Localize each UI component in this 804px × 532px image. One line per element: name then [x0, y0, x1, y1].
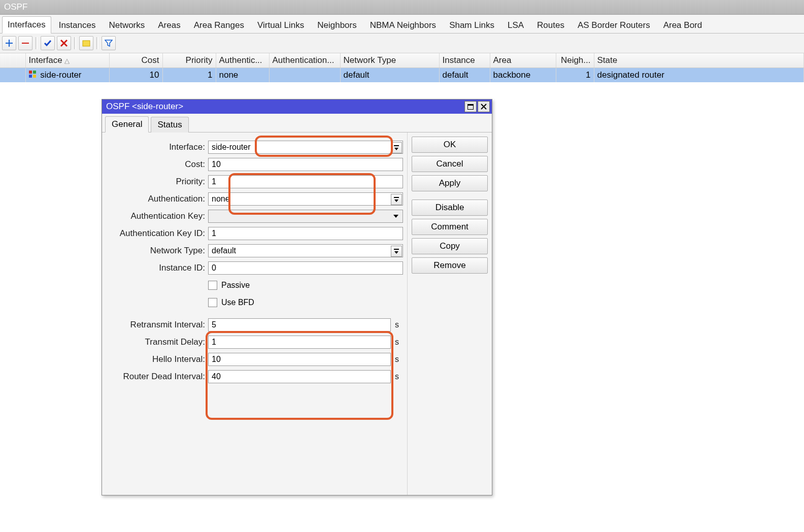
- disable-button[interactable]: Disable: [412, 200, 488, 216]
- dialog-tab-status[interactable]: Status: [151, 117, 188, 132]
- col-authkey[interactable]: Authentication...: [269, 53, 340, 68]
- chevron-down-icon: [393, 213, 399, 219]
- authentication-dropdown[interactable]: [391, 194, 402, 205]
- tab-areas[interactable]: Areas: [152, 17, 186, 34]
- dialog-tabs: General Status: [102, 114, 492, 132]
- row-usebfd: Use BFD: [106, 295, 403, 310]
- authkeyid-field[interactable]: [208, 227, 403, 240]
- main-title: OSPF: [4, 2, 27, 12]
- hello-field[interactable]: [208, 353, 391, 366]
- tab-label: Sham Links: [449, 20, 494, 30]
- nettype-field[interactable]: [208, 244, 403, 257]
- svg-rect-2: [33, 71, 36, 74]
- close-button[interactable]: [478, 101, 490, 112]
- col-state[interactable]: State: [594, 53, 804, 68]
- col-area[interactable]: Area: [490, 53, 556, 68]
- label-cost: Cost:: [106, 159, 208, 170]
- add-button[interactable]: [2, 36, 16, 50]
- cell-priority: 1: [162, 68, 216, 83]
- remove-button[interactable]: Remove: [412, 257, 488, 274]
- row-txdelay: Transmit Delay: s: [106, 335, 403, 350]
- dropdown-list-icon: [393, 248, 399, 254]
- table-row[interactable]: side-router 10 1 none default default ba…: [0, 68, 804, 83]
- col-handle[interactable]: [0, 53, 25, 68]
- remove-button[interactable]: [18, 36, 32, 50]
- tab-networks[interactable]: Networks: [103, 17, 150, 34]
- row-authkeyid: Authentication Key ID:: [106, 226, 403, 241]
- filter-button[interactable]: [102, 36, 116, 50]
- authkey-expand[interactable]: [391, 211, 401, 221]
- priority-field[interactable]: [208, 175, 403, 188]
- tab-instances[interactable]: Instances: [53, 17, 102, 34]
- tab-lsa[interactable]: LSA: [502, 17, 529, 34]
- col-priority[interactable]: Priority: [162, 53, 216, 68]
- apply-button[interactable]: Apply: [412, 175, 488, 191]
- col-nettype[interactable]: Network Type: [340, 53, 439, 68]
- tab-routes[interactable]: Routes: [531, 17, 570, 34]
- svg-rect-3: [29, 75, 32, 78]
- usebfd-checkbox[interactable]: [208, 298, 217, 307]
- col-cost[interactable]: Cost: [109, 53, 162, 68]
- close-icon: [481, 104, 487, 110]
- button-label: Remove: [433, 260, 465, 271]
- passive-checkbox[interactable]: [208, 281, 217, 290]
- copy-button[interactable]: Copy: [412, 238, 488, 254]
- cancel-button[interactable]: Cancel: [412, 156, 488, 172]
- cost-field[interactable]: [208, 158, 403, 171]
- dead-field[interactable]: [208, 370, 391, 383]
- toolbar-separator: [36, 37, 38, 49]
- toolbar-separator: [96, 37, 98, 49]
- tab-area-ranges[interactable]: Area Ranges: [188, 17, 250, 34]
- tab-virtual-links[interactable]: Virtual Links: [252, 17, 310, 34]
- instanceid-field[interactable]: [208, 261, 403, 275]
- tab-label: Interfaces: [8, 20, 46, 29]
- maximize-button[interactable]: [464, 101, 477, 112]
- row-priority: Priority:: [106, 174, 403, 189]
- minus-icon: [21, 39, 29, 47]
- label-auth: Authentication:: [106, 194, 208, 204]
- dialog-tab-general[interactable]: General: [105, 116, 149, 132]
- dialog-side-buttons: OK Cancel Apply Disable Comment Copy Rem…: [408, 132, 492, 495]
- row-dead: Router Dead Interval: s: [106, 369, 403, 384]
- toolbar: [0, 34, 804, 53]
- button-label: Copy: [440, 241, 460, 251]
- tab-neighbors[interactable]: Neighbors: [312, 17, 362, 34]
- interface-field[interactable]: [208, 141, 403, 154]
- tab-label: NBMA Neighbors: [370, 20, 436, 30]
- tab-interfaces[interactable]: Interfaces: [2, 16, 51, 34]
- col-instance[interactable]: Instance: [439, 53, 490, 68]
- svg-rect-0: [83, 41, 90, 46]
- funnel-icon: [105, 39, 113, 47]
- dialog-title: OSPF <side-router>: [106, 102, 183, 112]
- dialog-titlebar[interactable]: OSPF <side-router>: [102, 99, 492, 114]
- retransmit-field[interactable]: [208, 318, 391, 331]
- txdelay-field[interactable]: [208, 336, 391, 349]
- svg-rect-9: [394, 249, 399, 250]
- tab-sham-links[interactable]: Sham Links: [444, 17, 500, 34]
- interface-dropdown[interactable]: [391, 142, 402, 153]
- comment-button[interactable]: [79, 36, 93, 50]
- plus-icon: [5, 39, 13, 47]
- col-neighbors[interactable]: Neigh...: [556, 53, 594, 68]
- nettype-dropdown[interactable]: [391, 246, 402, 257]
- tab-label: Neighbors: [317, 20, 357, 30]
- comment-button[interactable]: Comment: [412, 219, 488, 235]
- row-instanceid: Instance ID:: [106, 260, 403, 276]
- enable-button[interactable]: [41, 36, 55, 50]
- ok-button[interactable]: OK: [412, 137, 488, 153]
- disable-button[interactable]: [57, 36, 71, 50]
- tab-area-border[interactable]: Area Bord: [658, 17, 708, 34]
- interface-icon: [29, 70, 36, 80]
- row-authkey: Authentication Key:: [106, 209, 403, 224]
- cell-instance: default: [439, 68, 490, 83]
- authentication-field[interactable]: [208, 192, 403, 206]
- tab-nbma-neighbors[interactable]: NBMA Neighbors: [364, 17, 442, 34]
- tab-label: General: [112, 119, 142, 129]
- cell-neighbors: 1: [556, 68, 594, 83]
- authkey-field[interactable]: [208, 210, 403, 223]
- cell-interface: side-router: [40, 70, 81, 80]
- col-interface[interactable]: Interface △: [25, 53, 109, 68]
- tab-as-border-routers[interactable]: AS Border Routers: [572, 17, 656, 34]
- col-auth[interactable]: Authentic...: [216, 53, 269, 68]
- label-passive: Passive: [221, 281, 250, 290]
